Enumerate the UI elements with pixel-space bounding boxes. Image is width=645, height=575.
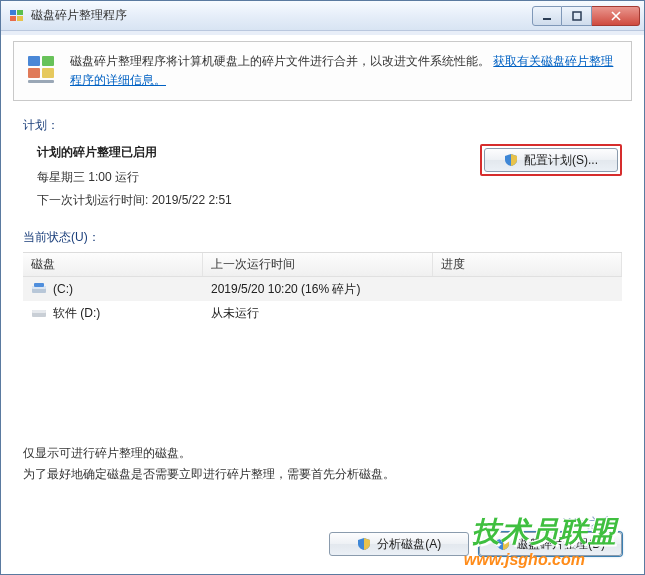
analyze-disk-button[interactable]: 分析磁盘(A) [329,532,469,556]
shield-icon [357,537,371,551]
plan-section-label: 计划： [23,117,622,134]
cell-lastrun: 2019/5/20 10:20 (16% 碎片) [203,281,433,298]
svg-rect-5 [573,12,581,20]
disk-table: 磁盘 上一次运行时间 进度 (C:) 2019/5/20 10:20 (16% … [23,252,622,435]
plan-row: 计划的碎片整理已启用 每星期三 1:00 运行 下一次计划运行时间: 2019/… [23,144,622,215]
config-button-highlight: 配置计划(S)... [480,144,622,176]
cell-lastrun: 从未运行 [203,305,433,322]
svg-rect-6 [28,56,40,66]
svg-rect-4 [543,18,551,20]
status-section-label: 当前状态(U)： [23,229,622,246]
defrag-icon [26,52,60,86]
cell-disk-label: 软件 (D:) [53,305,100,322]
window-controls [532,6,640,26]
banner-text: 磁盘碎片整理程序将计算机硬盘上的碎片文件进行合并，以改进文件系统性能。 获取有关… [70,52,619,90]
configure-schedule-button[interactable]: 配置计划(S)... [484,148,618,172]
svg-rect-7 [42,56,54,66]
defragment-disk-button[interactable]: 磁盘碎片整理(D) [479,532,622,556]
window-frame: 磁盘碎片整理程序 磁盘碎片整理程序将计算机硬盘上的碎片文件进 [0,0,645,575]
titlebar: 磁盘碎片整理程序 [1,1,644,31]
table-row[interactable]: (C:) 2019/5/20 10:20 (16% 碎片) [23,277,622,301]
svg-rect-3 [17,16,23,21]
shield-icon [504,153,518,167]
hint-text: 仅显示可进行碎片整理的磁盘。 为了最好地确定磁盘是否需要立即进行碎片整理，需要首… [23,443,622,484]
banner-description: 磁盘碎片整理程序将计算机硬盘上的碎片文件进行合并，以改进文件系统性能。 [70,54,490,68]
col-header-lastrun[interactable]: 上一次运行时间 [203,253,433,276]
table-body: (C:) 2019/5/20 10:20 (16% 碎片) 软件 (D:) 从未… [23,277,622,325]
plan-next-run: 下一次计划运行时间: 2019/5/22 2:51 [23,192,480,209]
svg-rect-9 [42,68,54,78]
defragment-disk-label: 磁盘碎片整理(D) [516,536,605,553]
plan-schedule: 每星期三 1:00 运行 [23,169,480,186]
drive-d-icon [31,305,47,321]
table-header: 磁盘 上一次运行时间 进度 [23,253,622,277]
info-banner: 磁盘碎片整理程序将计算机硬盘上的碎片文件进行合并，以改进文件系统性能。 获取有关… [13,41,632,101]
drive-c-icon [31,281,47,297]
cell-disk-label: (C:) [53,282,73,296]
svg-rect-0 [10,10,16,15]
table-row[interactable]: 软件 (D:) 从未运行 [23,301,622,325]
svg-rect-2 [10,16,16,21]
content-area: 计划： 计划的碎片整理已启用 每星期三 1:00 运行 下一次计划运行时间: 2… [1,111,644,522]
footer-buttons: 分析磁盘(A) 磁盘碎片整理(D) [1,522,644,574]
col-header-disk[interactable]: 磁盘 [23,253,203,276]
analyze-disk-label: 分析磁盘(A) [377,536,441,553]
svg-rect-13 [34,283,44,287]
plan-info: 计划的碎片整理已启用 每星期三 1:00 运行 下一次计划运行时间: 2019/… [23,144,480,215]
window-title: 磁盘碎片整理程序 [31,7,532,24]
hint-line2: 为了最好地确定磁盘是否需要立即进行碎片整理，需要首先分析磁盘。 [23,464,622,484]
app-icon [9,8,25,24]
maximize-button[interactable] [562,6,592,26]
plan-status-title: 计划的碎片整理已启用 [23,144,480,161]
svg-rect-1 [17,10,23,15]
configure-schedule-label: 配置计划(S)... [524,152,598,169]
cell-disk: 软件 (D:) [23,305,203,322]
close-button[interactable] [592,6,640,26]
cell-disk: (C:) [23,281,203,297]
svg-rect-10 [28,80,54,83]
titlebar-shadow [1,31,644,35]
svg-rect-15 [32,310,46,313]
svg-rect-8 [28,68,40,78]
shield-icon [496,537,510,551]
minimize-button[interactable] [532,6,562,26]
table-empty-space [23,325,622,435]
col-header-progress[interactable]: 进度 [433,253,622,276]
hint-line1: 仅显示可进行碎片整理的磁盘。 [23,443,622,463]
